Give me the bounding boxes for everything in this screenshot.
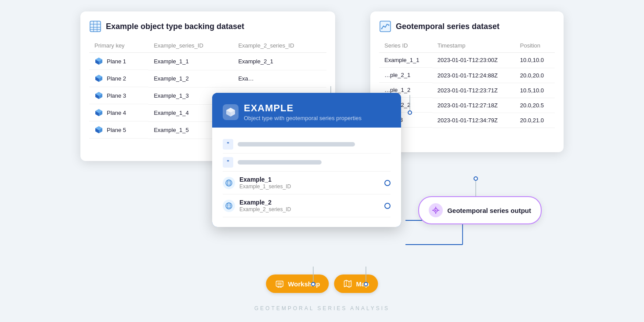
table-row: Plane 2 Example_1_2 Exa… [89,70,326,87]
series-1-connector [384,180,391,186]
quote-icon: " [223,157,233,168]
col-series-id-2: Example_2_series_ID [233,39,326,53]
bottom-pills: Workshop Map [266,274,378,293]
svg-rect-46 [277,282,282,285]
svg-point-37 [435,210,437,211]
placeholder-bar-2 [238,160,322,165]
table-row: Plane 1 Example_1_1 Example_2_1 [89,53,326,70]
geo-output-card: Geotemporal series output [418,196,542,224]
connector-dot-1 [384,180,391,186]
series-2-connector [384,203,391,209]
example-object-card: EXAMPLE Object type with geotemporal ser… [212,93,401,227]
example-card-title: EXAMPLE [244,102,362,114]
series-1-label: Example_1 [239,176,291,183]
workshop-label: Workshop [288,280,320,288]
placeholder-bar-1 [238,142,355,146]
geo-output-label: Geotemporal series output [447,207,531,214]
table-row: …ple_1_2 2023-01-01-T12:23:71Z 10.5,10.0 [379,83,555,98]
backing-dataset-title: Example object type backing dataset [89,20,326,33]
footer-label: GEOTEMPORAL SERIES ANALYSIS [254,305,390,311]
geo-series-table: Series ID Timestamp Position Example_1_1… [379,39,555,128]
connector-dot-2 [384,203,391,209]
property-row-2: " [223,154,391,172]
map-pill[interactable]: Map [334,274,378,293]
quote-icon: " [223,139,233,150]
table-row: …ple_2_2 2023-01-01-T12:27:18Z 20.0,20.5 [379,98,555,113]
svg-rect-22 [380,21,391,32]
svg-point-23 [381,28,383,29]
stream-icon [379,20,391,33]
series-row-2: Example_2 Example_2_series_ID [223,194,391,217]
example-card-body: " " Example_1 [212,128,401,227]
series-2-sublabel: Example_2_series_ID [239,206,291,212]
svg-point-5 [474,177,478,180]
map-icon [343,279,353,289]
table-row: Example_1_1 2023-01-01-T12:23:00Z 10.0,1… [379,53,555,68]
table-row: …_2_3 2023-01-01-T12:34:79Z 20.0,21.0 [379,113,555,128]
globe-icon-1 [223,177,235,189]
svg-point-24 [388,25,390,26]
example-card-subtitle: Object type with geotemporal series prop… [244,115,362,121]
geo-series-dataset-title: Geotemporal series dataset [379,20,555,33]
workshop-pill[interactable]: Workshop [266,274,329,293]
table-icon [89,20,101,33]
col-series-id: Example_series_ID [148,39,233,53]
globe-icon-2 [223,200,235,212]
series-2-label: Example_2 [239,199,291,206]
table-row: …ple_2_1 2023-01-01-T12:24:88Z 20.0,20.0 [379,68,555,83]
svg-rect-16 [90,21,101,32]
example-cube-icon [223,104,239,120]
geo-output-icon [429,203,443,217]
col-primary-key: Primary key [89,39,148,53]
series-1-sublabel: Example_1_series_ID [239,183,291,190]
map-label: Map [356,280,369,288]
workshop-icon [275,279,284,289]
property-row-1: " [223,135,391,154]
col-series-id: Series ID [379,39,432,53]
series-row-1: Example_1 Example_1_series_ID [223,172,391,194]
col-timestamp: Timestamp [432,39,515,53]
example-card-header: EXAMPLE Object type with geotemporal ser… [212,93,401,128]
col-position: Position [515,39,555,53]
